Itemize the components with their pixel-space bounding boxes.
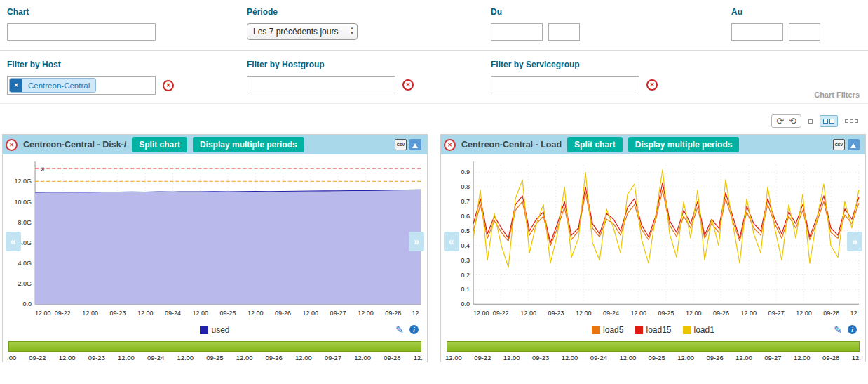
svg-text:12:00: 12:00 bbox=[796, 310, 812, 317]
close-chart-icon[interactable]: ✕ bbox=[6, 139, 18, 151]
refresh-icon[interactable]: ⟳ bbox=[776, 116, 784, 126]
clear-hostgroup-filter-icon[interactable]: ✕ bbox=[402, 79, 414, 91]
svg-text:0.3: 0.3 bbox=[461, 257, 470, 264]
svg-text:09-24: 09-24 bbox=[603, 310, 619, 317]
timeline-label: 12:00 bbox=[794, 354, 811, 362]
du-date-input[interactable] bbox=[491, 23, 543, 41]
timeline-label: 12:00 bbox=[295, 354, 312, 362]
timeline-label: 09-24 bbox=[590, 354, 607, 362]
chart-legend: used bbox=[200, 325, 229, 335]
svg-text:09-26: 09-26 bbox=[275, 310, 291, 317]
chart-filter-input[interactable] bbox=[7, 23, 156, 41]
timeline-bar[interactable] bbox=[447, 341, 860, 352]
timeline-label: 09-26 bbox=[706, 354, 723, 362]
du-filter-label: Du bbox=[491, 7, 580, 17]
au-time-input[interactable] bbox=[789, 23, 820, 41]
timeline-bar[interactable] bbox=[8, 341, 421, 352]
clear-servicegroup-filter-icon[interactable]: ✕ bbox=[646, 79, 658, 91]
svg-text:09-22: 09-22 bbox=[493, 310, 509, 317]
timeline-label: 12: bbox=[414, 354, 423, 362]
load-chart[interactable]: 12:0009-2212:0009-2312:0009-2412:0009-25… bbox=[442, 158, 864, 321]
timeline-label: 09-27 bbox=[764, 354, 781, 362]
svg-text:09-26: 09-26 bbox=[713, 310, 729, 317]
view-one-column-icon[interactable] bbox=[808, 119, 813, 124]
svg-text:12:00: 12:00 bbox=[247, 310, 264, 317]
svg-text:12:00: 12:00 bbox=[192, 310, 208, 317]
timeline-label: 12:00 bbox=[236, 354, 253, 362]
servicegroup-filter-input[interactable] bbox=[491, 76, 639, 93]
svg-text:B: B bbox=[39, 167, 46, 171]
svg-text:12:00: 12:00 bbox=[630, 310, 646, 317]
host-filter-input[interactable]: ✕ Centreon-Central bbox=[7, 76, 156, 95]
clear-host-filter-icon[interactable]: ✕ bbox=[163, 80, 174, 91]
au-filter-group: Au bbox=[731, 7, 820, 41]
view-three-columns-icon[interactable] bbox=[845, 119, 858, 123]
export-image-icon[interactable] bbox=[848, 139, 860, 150]
display-multiple-periods-button[interactable]: Display multiple periods bbox=[193, 137, 304, 152]
du-time-input[interactable] bbox=[548, 23, 580, 41]
periode-select[interactable]: Les 7 précédents jours ▲ ▼ bbox=[247, 23, 358, 40]
svg-text:0.4: 0.4 bbox=[461, 242, 470, 249]
export-csv-icon[interactable]: CSV bbox=[833, 139, 845, 150]
export-csv-icon[interactable]: CSV bbox=[395, 139, 407, 150]
export-image-icon[interactable] bbox=[409, 139, 421, 150]
svg-text:12:00: 12:00 bbox=[82, 310, 98, 317]
svg-text:12:: 12: bbox=[412, 310, 421, 317]
legend-item[interactable]: load5 bbox=[592, 325, 623, 335]
edit-icon[interactable]: ✎ bbox=[834, 324, 842, 336]
host-filter-group: Filter by Host ✕ Centreon-Central ✕ bbox=[7, 60, 174, 95]
timeline-label: 12:00 bbox=[445, 354, 462, 362]
scroll-left-button[interactable]: « bbox=[444, 232, 459, 251]
legend-item[interactable]: load1 bbox=[683, 325, 714, 335]
periode-selected-value: Les 7 précédents jours bbox=[253, 27, 338, 37]
svg-text:09-28: 09-28 bbox=[385, 310, 401, 317]
host-tag: ✕ Centreon-Central bbox=[9, 78, 96, 93]
info-icon[interactable]: i bbox=[409, 325, 419, 334]
hostgroup-filter-group: Filter by Hostgroup ✕ bbox=[247, 60, 414, 93]
legend-swatch bbox=[683, 326, 691, 334]
timeline-labels: :0009-2212:0009-2312:0009-2412:0009-2512… bbox=[3, 352, 427, 362]
svg-text:09-27: 09-27 bbox=[330, 310, 346, 317]
timeline-label: 09-22 bbox=[474, 354, 491, 362]
close-chart-icon[interactable]: ✕ bbox=[444, 139, 456, 151]
servicegroup-filter-label: Filter by Servicegroup bbox=[491, 60, 658, 69]
info-icon[interactable]: i bbox=[848, 325, 857, 334]
svg-text:12:00: 12:00 bbox=[358, 310, 374, 317]
timeline-label: 12:00 bbox=[59, 354, 76, 362]
square-glyph bbox=[855, 119, 858, 123]
chart-filter-label: Chart bbox=[7, 7, 156, 17]
split-chart-button[interactable]: Split chart bbox=[132, 137, 187, 152]
svg-text:12:00: 12:00 bbox=[576, 310, 592, 317]
chart-area: 12:0009-2212:0009-2312:0009-2412:0009-25… bbox=[441, 154, 865, 321]
scroll-left-button[interactable]: « bbox=[6, 232, 21, 251]
hostgroup-filter-input[interactable] bbox=[247, 76, 395, 93]
export-icons: CSV bbox=[395, 139, 421, 150]
disk-usage-chart[interactable]: 12:0009-2212:0009-2312:0009-2412:0009-25… bbox=[4, 158, 426, 321]
chevron-up-icon: ▲ bbox=[350, 26, 354, 31]
split-chart-button[interactable]: Split chart bbox=[567, 137, 623, 152]
chart-action-icons: ✎ i bbox=[834, 324, 857, 336]
au-date-input[interactable] bbox=[731, 23, 783, 41]
svg-text:0.7: 0.7 bbox=[461, 198, 470, 205]
edit-icon[interactable]: ✎ bbox=[395, 324, 404, 336]
svg-text:4.0G: 4.0G bbox=[18, 260, 32, 267]
chart-panel-disk: ✕ Centreon-Central - Disk-/ Split chart … bbox=[2, 134, 428, 362]
remove-tag-icon[interactable]: ✕ bbox=[10, 79, 22, 92]
timeline-label: 09-28 bbox=[384, 354, 400, 362]
scroll-right-button[interactable]: » bbox=[847, 232, 862, 251]
display-multiple-periods-button[interactable]: Display multiple periods bbox=[628, 137, 740, 152]
svg-text:09-28: 09-28 bbox=[823, 310, 839, 317]
view-two-columns-icon[interactable] bbox=[820, 115, 838, 127]
periode-filter-group: Période Les 7 précédents jours ▲ ▼ bbox=[247, 7, 358, 40]
timeline-label: 09-28 bbox=[822, 354, 839, 362]
legend-item[interactable]: used bbox=[200, 325, 229, 335]
svg-text:0.0: 0.0 bbox=[23, 300, 32, 307]
svg-text:12:00: 12:00 bbox=[520, 310, 536, 317]
chart-panel-load: ✕ Centreon-Central - Load Split chart Di… bbox=[440, 134, 866, 362]
svg-text:0.1: 0.1 bbox=[461, 286, 470, 293]
scroll-right-button[interactable]: » bbox=[409, 232, 424, 251]
auto-refresh-icon[interactable]: ⟲ bbox=[789, 116, 796, 126]
legend-item[interactable]: load15 bbox=[635, 325, 671, 335]
timeline-label: 09-27 bbox=[325, 354, 341, 362]
view-toolbar: ⟳ ⟲ bbox=[0, 104, 868, 128]
